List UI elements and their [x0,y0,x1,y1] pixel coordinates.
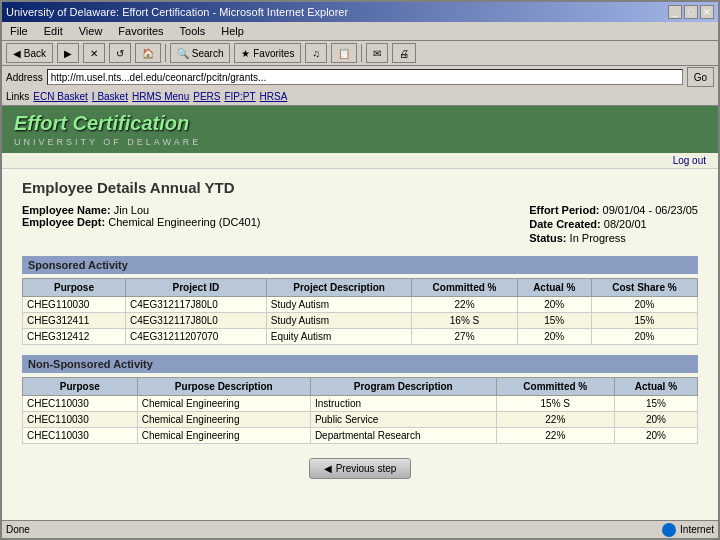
table-cell: C4EG312117J80L0 [126,297,267,313]
back-button[interactable]: ◀ Back [6,43,53,63]
date-created-row: Date Created: 08/20/01 [529,218,698,230]
table-cell: CHEG312411 [23,313,126,329]
col-ns-committed: Committed % [496,378,614,396]
media-button[interactable]: ♫ [305,43,327,63]
date-created-label: Date Created: [529,218,601,230]
col-ns-actual: Actual % [614,378,697,396]
mail-button[interactable]: ✉ [366,43,388,63]
table-cell: Equity Autism [266,329,412,345]
col-ns-program-desc: Program Description [310,378,496,396]
header-banner: Effort Certification University of Delaw… [2,106,718,153]
col-actual: Actual % [517,279,591,297]
table-cell: CHEC110030 [23,412,138,428]
status-row: Status: In Progress [529,232,698,244]
sponsored-activity-table: Purpose Project ID Project Description C… [22,278,698,345]
uni-name: University of Delaware [14,137,201,147]
go-button[interactable]: Go [687,67,714,87]
history-button[interactable]: 📋 [331,43,357,63]
sponsored-table-header-row: Purpose Project ID Project Description C… [23,279,698,297]
table-cell: 20% [517,297,591,313]
prev-icon: ◀ [324,463,332,474]
app-title: Effort Certification [14,112,201,135]
browser-window: University of Delaware: Effort Certifica… [0,0,720,540]
address-input[interactable] [47,69,683,85]
minimize-button[interactable]: _ [668,5,682,19]
effort-period-row: Effort Period: 09/01/04 - 06/23/05 [529,204,698,216]
table-cell: CHEC110030 [23,428,138,444]
table-cell: 15% [614,396,697,412]
home-button[interactable]: 🏠 [135,43,161,63]
close-button[interactable]: ✕ [700,5,714,19]
menu-file[interactable]: File [6,24,32,38]
refresh-button[interactable]: ↺ [109,43,131,63]
employee-right-info: Effort Period: 09/01/04 - 06/23/05 Date … [529,204,698,246]
previous-step-button[interactable]: ◀ Previous step [309,458,412,479]
employee-left-info: Employee Name: Jin Lou Employee Dept: Ch… [22,204,260,246]
print-button[interactable]: 🖨 [392,43,416,63]
employee-dept-label: Employee Dept: [22,216,105,228]
table-cell: 22% [496,428,614,444]
table-cell: 22% [412,297,517,313]
link-pers[interactable]: PERS [193,91,220,102]
main-content: Employee Details Annual YTD Employee Nam… [2,169,718,489]
link-ecn-basket[interactable]: ECN Basket [33,91,87,102]
title-bar: University of Delaware: Effort Certifica… [2,2,718,22]
stop-button[interactable]: ✕ [83,43,105,63]
col-project-id: Project ID [126,279,267,297]
non-sponsored-activity-table: Purpose Purpose Description Program Desc… [22,377,698,444]
status-label: Status: [529,232,566,244]
address-label: Address [6,72,43,83]
menu-tools[interactable]: Tools [176,24,210,38]
sponsored-activity-header: Sponsored Activity [22,256,698,274]
employee-dept-row: Employee Dept: Chemical Engineering (DC4… [22,216,260,228]
employee-info: Employee Name: Jin Lou Employee Dept: Ch… [22,204,698,246]
menu-help[interactable]: Help [217,24,248,38]
separator2 [361,44,362,62]
employee-name-row: Employee Name: Jin Lou [22,204,260,216]
menu-edit[interactable]: Edit [40,24,67,38]
table-cell: 20% [614,412,697,428]
non-sponsored-activity-header: Non-Sponsored Activity [22,355,698,373]
address-bar: Address Go [2,66,718,88]
search-button[interactable]: 🔍 Search [170,43,230,63]
forward-button[interactable]: ▶ [57,43,79,63]
menu-view[interactable]: View [75,24,107,38]
prev-label: Previous step [336,463,397,474]
table-cell: 16% S [412,313,517,329]
window-controls: _ □ ✕ [668,5,714,19]
table-cell: 15% [591,313,697,329]
table-row: CHEG312412C4EG31211207070Equity Autism27… [23,329,698,345]
table-cell: C4EG312117J80L0 [126,313,267,329]
status-value: In Progress [570,232,626,244]
table-row: CHEC110030Chemical EngineeringDepartment… [23,428,698,444]
zone-label: Internet [680,524,714,535]
toolbar: ◀ Back ▶ ✕ ↺ 🏠 🔍 Search ★ Favorites ♫ 📋 … [2,40,718,66]
link-i-basket[interactable]: I Basket [92,91,128,102]
table-cell: 20% [591,329,697,345]
link-hrsa[interactable]: HRSA [260,91,288,102]
table-cell: Study Autism [266,313,412,329]
col-cost-share: Cost Share % [591,279,697,297]
internet-icon [662,523,676,537]
page-title: Employee Details Annual YTD [22,179,698,196]
logout-link[interactable]: Log out [673,155,706,166]
link-hrms[interactable]: HRMS Menu [132,91,189,102]
separator [165,44,166,62]
link-fippt[interactable]: FIP:PT [224,91,255,102]
status-bar: Done Internet [2,520,718,538]
page-content: Effort Certification University of Delaw… [2,106,718,520]
links-bar: Links ECN Basket I Basket HRMS Menu PERS… [2,88,718,106]
table-cell: Study Autism [266,297,412,313]
table-cell: Chemical Engineering [137,412,310,428]
maximize-button[interactable]: □ [684,5,698,19]
table-row: CHEG110030C4EG312117J80L0Study Autism22%… [23,297,698,313]
table-cell: 22% [496,412,614,428]
col-committed: Committed % [412,279,517,297]
links-label: Links [6,91,29,102]
favorites-button[interactable]: ★ Favorites [234,43,301,63]
table-cell: CHEG110030 [23,297,126,313]
col-ns-purpose: Purpose [23,378,138,396]
col-purpose: Purpose [23,279,126,297]
menu-favorites[interactable]: Favorites [114,24,167,38]
date-created-value: 08/20/01 [604,218,647,230]
